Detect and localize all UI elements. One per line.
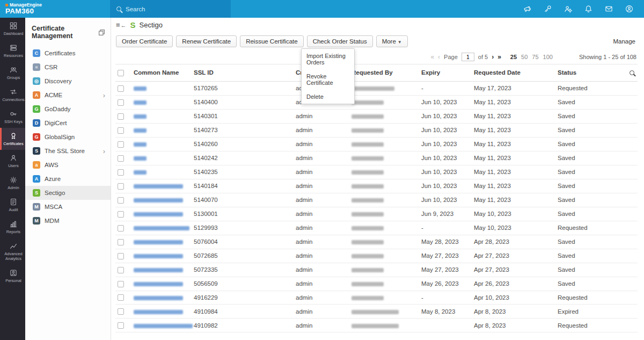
row-checkbox[interactable] — [118, 197, 124, 204]
row-checkbox[interactable] — [118, 141, 124, 148]
row-checkbox[interactable] — [118, 85, 124, 92]
common-name-link[interactable] — [134, 226, 189, 230]
key-icon[interactable] — [544, 5, 552, 13]
mail-icon[interactable] — [605, 5, 613, 13]
select-all-checkbox[interactable] — [118, 70, 124, 76]
cert-nav-item-msca[interactable]: MMSCA — [25, 200, 111, 214]
common-name-link[interactable] — [134, 198, 183, 202]
cert-nav-item-acme[interactable]: AACME› — [25, 88, 111, 102]
page-size-100[interactable]: 100 — [543, 54, 553, 60]
cert-nav-item-csr[interactable]: ≡CSR — [25, 60, 111, 74]
row-checkbox[interactable] — [118, 99, 124, 106]
row-checkbox[interactable] — [118, 308, 124, 315]
pop-out-icon[interactable] — [98, 29, 105, 36]
common-name-link[interactable] — [134, 170, 147, 175]
created-by-cell: admin — [294, 109, 349, 123]
sidebar-item-ssh-keys[interactable]: SSH Keys — [0, 106, 25, 128]
row-checkbox[interactable] — [118, 169, 124, 176]
row-checkbox[interactable] — [118, 183, 124, 190]
reissue-certificate-button[interactable]: Reissue Certificate — [240, 35, 304, 47]
sidebar-item-users[interactable]: Users — [0, 150, 25, 172]
common-name-link[interactable] — [134, 282, 183, 286]
order-certificate-button[interactable]: Order Certificate — [116, 35, 173, 47]
row-checkbox[interactable] — [118, 155, 124, 162]
announcement-icon[interactable] — [523, 5, 531, 13]
search-input[interactable] — [126, 6, 217, 12]
menu-item-revoke-certificate[interactable]: Revoke Certificate — [302, 69, 354, 90]
prev-page-icon[interactable]: ‹ — [438, 53, 440, 61]
next-page-icon[interactable]: › — [492, 53, 494, 61]
row-checkbox[interactable] — [118, 281, 124, 287]
common-name-link[interactable] — [134, 324, 193, 328]
cert-nav-item-certificates[interactable]: CCertificates — [25, 46, 111, 60]
common-name-link[interactable] — [134, 254, 183, 258]
menu-collapse-icon[interactable]: ≡← — [116, 21, 127, 29]
check-order-status-button[interactable]: Check Order Status — [307, 35, 373, 47]
common-name-link[interactable] — [134, 128, 147, 133]
more-button[interactable]: More▼ — [376, 35, 408, 47]
user-admin-icon[interactable] — [564, 5, 572, 13]
renew-certificate-button[interactable]: Renew Certificate — [176, 35, 237, 47]
common-name-link[interactable] — [134, 296, 183, 300]
cert-nav-item-godaddy[interactable]: GGoDaddy — [25, 102, 111, 116]
common-name-link[interactable] — [134, 100, 147, 105]
primary-sidebar: DashboardResourcesGroupsConnectionsSSH K… — [0, 18, 25, 340]
sidebar-item-groups[interactable]: Groups — [0, 62, 25, 84]
sidebar-item-reports[interactable]: Reports — [0, 216, 25, 238]
common-name-link[interactable] — [134, 268, 183, 272]
page-size-25[interactable]: 25 — [510, 54, 517, 60]
cert-nav-item-aws[interactable]: aAWS — [25, 158, 111, 172]
last-page-icon[interactable]: » — [497, 53, 501, 61]
requested-date-cell: Apr 28, 2023 — [472, 235, 555, 249]
menu-item-delete[interactable]: Delete — [302, 90, 354, 104]
sidebar-item-admin[interactable]: Admin — [0, 172, 25, 194]
audit-icon — [10, 198, 17, 206]
common-name-link[interactable] — [134, 184, 183, 189]
row-checkbox[interactable] — [118, 211, 124, 218]
sidebar-item-certificates[interactable]: Certificates — [0, 128, 25, 150]
sidebar-item-resources[interactable]: Resources — [0, 40, 25, 62]
common-name-link[interactable] — [134, 310, 183, 314]
manage-link[interactable]: Manage — [613, 38, 635, 45]
cert-nav-item-azure[interactable]: AAzure — [25, 172, 111, 186]
sidebar-item-label: Resources — [4, 53, 23, 58]
table-search-icon[interactable] — [630, 70, 634, 75]
common-name-link[interactable] — [134, 114, 147, 119]
row-checkbox[interactable] — [118, 127, 124, 134]
profile-icon[interactable] — [625, 5, 633, 13]
ssl-id-cell: 5140184 — [192, 179, 294, 193]
common-name-link[interactable] — [134, 156, 147, 161]
row-checkbox[interactable] — [118, 225, 124, 232]
sidebar-item-audit[interactable]: Audit — [0, 194, 25, 216]
common-name-link[interactable] — [134, 240, 183, 244]
bell-icon[interactable] — [584, 5, 592, 13]
secondary-sidebar-header: Certificate Management — [25, 18, 111, 46]
cert-nav-item-globalsign[interactable]: GGlobalSign — [25, 130, 111, 144]
row-checkbox[interactable] — [118, 253, 124, 259]
cert-nav-item-discovery[interactable]: ◎Discovery — [25, 74, 111, 88]
common-name-link[interactable] — [134, 86, 147, 91]
sidebar-item-dashboard[interactable]: Dashboard — [0, 18, 25, 40]
page-size-75[interactable]: 75 — [532, 54, 538, 60]
common-name-link[interactable] — [134, 142, 147, 147]
cert-nav-item-the-ssl-store[interactable]: SThe SSL Store› — [25, 144, 111, 158]
sidebar-item-personal[interactable]: Personal — [0, 265, 25, 287]
requested-by-text — [352, 268, 384, 272]
row-checkbox[interactable] — [118, 239, 124, 245]
page-number-input[interactable] — [462, 53, 474, 61]
row-checkbox[interactable] — [118, 294, 124, 301]
row-checkbox[interactable] — [118, 322, 124, 329]
cert-nav-item-mdm[interactable]: MMDM — [25, 214, 111, 228]
sidebar-item-advanced-analytics[interactable]: Advanced Analytics — [0, 238, 25, 265]
common-name-link[interactable] — [134, 212, 183, 216]
menu-item-import-existing-orders[interactable]: Import Existing Orders — [302, 49, 354, 69]
row-checkbox[interactable] — [118, 267, 124, 273]
page-size-50[interactable]: 50 — [521, 54, 528, 60]
cert-nav-item-sectigo[interactable]: SSectigo — [25, 186, 111, 200]
row-checkbox[interactable] — [118, 113, 124, 120]
cert-nav-item-digicert[interactable]: DDigiCert — [25, 116, 111, 130]
sidebar-item-connections[interactable]: Connections — [0, 84, 25, 106]
first-page-icon[interactable]: « — [430, 53, 434, 61]
created-by-cell: admin — [294, 305, 349, 319]
page-header: ≡← S Sectigo — [111, 18, 644, 32]
